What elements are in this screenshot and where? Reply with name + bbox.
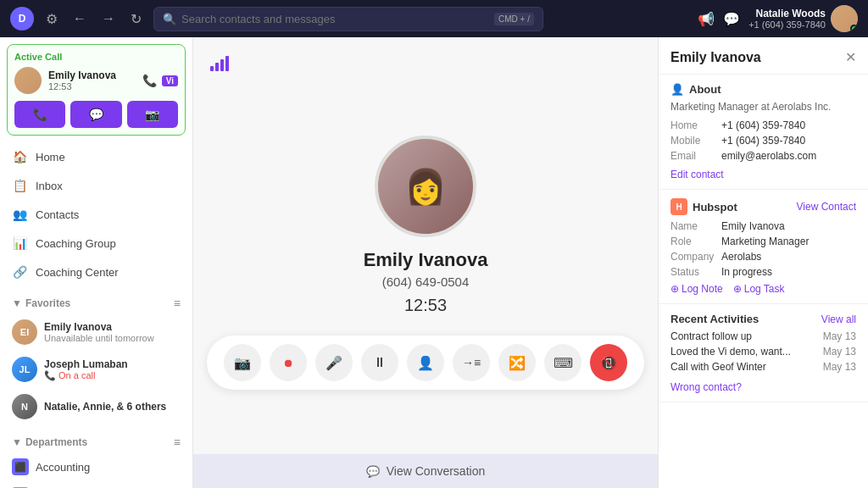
- profile-emoji: 👩: [404, 167, 447, 207]
- departments-sort-icon[interactable]: ≡: [174, 435, 181, 449]
- hs-role-label: Role: [670, 236, 715, 247]
- hs-role-value: Marketing Manager: [721, 236, 809, 247]
- active-call-timer: 12:53: [48, 81, 136, 92]
- mobile-label: Mobile: [670, 135, 715, 147]
- accounting-icon: ⬛: [12, 458, 29, 475]
- view-all-link[interactable]: View all: [821, 313, 856, 325]
- active-call-info: Emily Ivanova 12:53: [48, 69, 136, 92]
- sidebar-item-coaching-group[interactable]: 📊 Coaching Group: [0, 229, 192, 258]
- record-button[interactable]: ⏺: [270, 344, 307, 381]
- bar3: [220, 59, 224, 71]
- recent-activities-title: Recent Activities: [670, 313, 759, 325]
- email-value: emily@aerolabs.com: [721, 150, 816, 162]
- view-contact-link[interactable]: View Contact: [797, 201, 856, 213]
- sidebar-item-coaching-center[interactable]: 🔗 Coaching Center: [0, 258, 192, 286]
- favorites-sort-icon[interactable]: ≡: [174, 297, 181, 310]
- recent-activities-section: Recent Activities View all Contract foll…: [659, 304, 868, 402]
- joseph-info: Joseph Lumaban 📞 On a call: [44, 358, 181, 381]
- active-call-box: Active Call Emily Ivanova 12:53 📞 Vi 📞 💬…: [7, 44, 186, 136]
- sidebar-item-contacts-label: Contacts: [36, 208, 79, 221]
- video-button[interactable]: 📷: [127, 101, 178, 128]
- call-controls: 📷 ⏺ 🎤 ⏸ 👤 →≡ 🔀 ⌨ 📵: [207, 336, 644, 390]
- activity-text-3: Call with Geof Winter: [670, 361, 823, 373]
- sidebar-item-contacts[interactable]: 👥 Contacts: [0, 200, 192, 229]
- joseph-status: 📞 On a call: [44, 370, 181, 381]
- chat-button[interactable]: 💬: [70, 101, 121, 128]
- contact-name: Emily Ivanova: [364, 249, 488, 271]
- wrong-contact-link[interactable]: Wrong contact?: [670, 381, 742, 393]
- keypad-button[interactable]: ⌨: [544, 344, 581, 381]
- chat-bubble-icon: 💬: [366, 465, 380, 478]
- hs-status-row: Status In progress: [670, 266, 856, 278]
- log-task-icon: ⊕: [733, 283, 742, 295]
- dept-accounting[interactable]: ⬛ Accounting: [0, 452, 192, 481]
- end-call-button[interactable]: 📵: [590, 344, 627, 381]
- hs-role-row: Role Marketing Manager: [670, 236, 856, 247]
- avatar: [831, 5, 858, 32]
- favorites-toggle[interactable]: ▼: [12, 297, 22, 309]
- active-call-label: Active Call: [14, 52, 178, 62]
- others-avatar: N: [12, 394, 37, 419]
- active-call-buttons: 📞 💬 📷: [14, 101, 178, 128]
- activity-date-2: May 13: [823, 346, 856, 358]
- back-icon[interactable]: ←: [70, 8, 90, 30]
- settings-icon[interactable]: ⚙: [42, 8, 61, 30]
- about-title: 👤 About: [670, 83, 856, 96]
- transfer-button[interactable]: →≡: [453, 344, 490, 381]
- hold-button[interactable]: ⏸: [361, 344, 398, 381]
- log-note-link[interactable]: ⊕ Log Note: [670, 283, 723, 295]
- activity-date-3: May 13: [823, 361, 856, 373]
- mobile-value: +1 (604) 359-7840: [721, 135, 805, 147]
- forward-icon[interactable]: →: [98, 8, 119, 30]
- add-contact-button[interactable]: 👤: [407, 344, 444, 381]
- activity-text-1: Contract follow up: [670, 330, 823, 342]
- edit-contact-link[interactable]: Edit contact: [670, 169, 724, 180]
- view-conversation-bar[interactable]: 💬 View Conversation: [193, 454, 658, 488]
- main-layout: Active Call Emily Ivanova 12:53 📞 Vi 📞 💬…: [0, 37, 868, 488]
- log-task-link[interactable]: ⊕ Log Task: [733, 283, 785, 295]
- user-name: Natalie Woods: [748, 8, 826, 19]
- log-note-icon: ⊕: [670, 283, 679, 295]
- favorites-title: ▼ Favorites: [12, 297, 70, 309]
- right-panel-header: Emily Ivanova ✕: [659, 37, 868, 75]
- hs-company-value: Aerolabs: [721, 251, 761, 263]
- emily-name: Emily Ivanova: [44, 321, 181, 333]
- user-details: Natalie Woods +1 (604) 359-7840: [748, 8, 826, 30]
- sidebar-item-inbox[interactable]: 📋 Inbox: [0, 171, 192, 200]
- favorites-header: ▼ Favorites ≡: [0, 290, 192, 313]
- sidebar-item-coaching-center-label: Coaching Center: [36, 266, 119, 279]
- home-value: +1 (604) 359-7840: [721, 119, 805, 131]
- notification-icon[interactable]: 📢: [698, 11, 715, 27]
- departments-toggle[interactable]: ▼: [12, 436, 22, 448]
- vi-badge: Vi: [162, 75, 178, 86]
- hubspot-icon: H: [670, 198, 687, 215]
- hs-status-label: Status: [670, 266, 715, 278]
- contact-phone: (604) 649-0504: [382, 274, 470, 289]
- search-input[interactable]: [181, 13, 489, 25]
- activity-item-3: Call with Geof Winter May 13: [670, 361, 856, 373]
- user-info: Natalie Woods +1 (604) 359-7840: [748, 5, 858, 32]
- person-icon: 👤: [670, 83, 684, 96]
- close-panel-button[interactable]: ✕: [845, 49, 856, 65]
- contact-profile-image: 👩: [375, 136, 476, 237]
- others-info: Natalie, Annie, & 6 others: [44, 401, 181, 413]
- camera-button[interactable]: 📷: [224, 344, 261, 381]
- dept-engineering[interactable]: ⬛ Engineering DND: [0, 481, 192, 488]
- hubspot-left: H Hubspot: [670, 198, 737, 215]
- call-button[interactable]: 📞: [14, 101, 65, 128]
- favorite-item-others[interactable]: N Natalie, Annie, & 6 others: [0, 388, 192, 425]
- emily-info: Emily Ivanova Unavailable until tomorrow: [44, 321, 181, 343]
- mute-button[interactable]: 🎤: [315, 344, 353, 381]
- call-area: 👩 Emily Ivanova (604) 649-0504 12:53 📷 ⏺…: [193, 37, 658, 488]
- refresh-icon[interactable]: ↻: [127, 8, 145, 30]
- about-section: 👤 About Marketing Manager at Aerolabs In…: [659, 75, 868, 190]
- sidebar-item-home[interactable]: 🏠 Home: [0, 142, 192, 171]
- switch-button[interactable]: 🔀: [498, 344, 536, 381]
- mobile-row: Mobile +1 (604) 359-7840: [670, 135, 856, 147]
- messages-icon[interactable]: 💬: [723, 11, 740, 27]
- app-logo: D: [10, 7, 34, 30]
- favorite-item-joseph[interactable]: JL Joseph Lumaban 📞 On a call: [0, 351, 192, 388]
- search-shortcut: CMD + /: [494, 13, 534, 25]
- call-phone-icon: 📞: [142, 74, 157, 87]
- favorite-item-emily[interactable]: EI Emily Ivanova Unavailable until tomor…: [0, 313, 192, 351]
